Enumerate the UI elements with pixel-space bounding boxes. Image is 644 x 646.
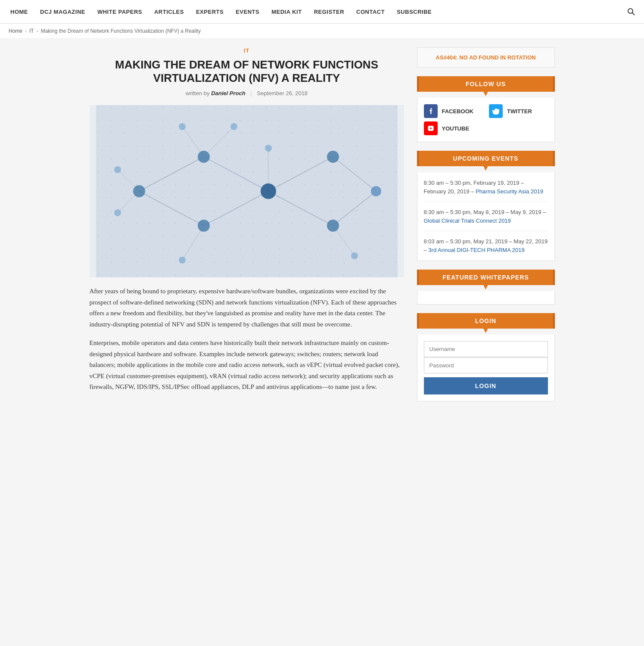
login-button[interactable]: LOGIN <box>424 377 548 394</box>
youtube-icon <box>424 121 438 135</box>
written-by-label: written by <box>186 90 210 96</box>
article-title: MAKING THE DREAM OF NETWORK FUNCTIONS VI… <box>90 58 404 85</box>
sidebar: AS#404: NO AD FOUND IN ROTATION FOLLOW U… <box>417 47 555 410</box>
event-3-link[interactable]: 3rd Annual DIGI-TECH PHARMA 2019 <box>428 247 524 253</box>
article-meta: written by Daniel Proch | September 26, … <box>90 90 404 96</box>
whitepapers-arrow: ▼ <box>417 285 555 289</box>
svg-point-33 <box>179 257 186 264</box>
login-widget: LOGIN ▼ LOGIN <box>417 313 555 401</box>
svg-point-32 <box>351 252 358 259</box>
breadcrumb-current: Making the Dream of Network Functions Vi… <box>41 28 201 34</box>
event-item-3: 8:03 am – 5:30 pm, May 21, 2019 – May 22… <box>424 237 548 254</box>
social-row-2: YOUTUBE <box>424 121 548 135</box>
svg-point-29 <box>179 123 186 130</box>
breadcrumb-it[interactable]: IT <box>29 28 34 34</box>
svg-point-26 <box>371 186 381 196</box>
breadcrumb-home[interactable]: Home <box>9 28 22 34</box>
svg-point-21 <box>198 151 210 163</box>
follow-us-widget: FOLLOW US ▼ FACEBOOK <box>417 76 555 142</box>
nav-items: HOME DCJ MAGAZINE WHITE PAPERS ARTICLES … <box>4 0 622 24</box>
nav-events[interactable]: EVENTS <box>230 0 265 24</box>
article-author[interactable]: Daniel Proch <box>211 90 245 96</box>
facebook-icon <box>424 104 438 118</box>
nav-articles[interactable]: ARTICLES <box>148 0 190 24</box>
featured-whitepapers-widget: FEATURED WHITEPAPERS ▼ <box>417 270 555 304</box>
svg-point-24 <box>327 151 339 163</box>
svg-point-31 <box>265 145 272 152</box>
network-diagram <box>90 105 404 277</box>
twitter-icon <box>489 104 503 118</box>
event-1-link[interactable]: Pharma Security Asia 2019 <box>476 188 543 195</box>
nav-media-kit[interactable]: MEDIA KIT <box>265 0 308 24</box>
event-2-time: 8:30 am – 5:30 pm, May 8, 2019 – May 9, … <box>424 209 546 215</box>
breadcrumb-sep-1: › <box>25 28 27 34</box>
nav-home[interactable]: HOME <box>4 0 34 24</box>
social-links: FACEBOOK TWITTER <box>424 104 548 135</box>
breadcrumb-sep-2: › <box>37 28 38 34</box>
facebook-label: FACEBOOK <box>442 108 474 115</box>
svg-point-28 <box>114 209 121 216</box>
article-date: September 26, 2018 <box>257 90 308 96</box>
article-body: After years of being bound to proprietar… <box>90 286 404 393</box>
article-category: IT <box>90 47 404 54</box>
main-nav: HOME DCJ MAGAZINE WHITE PAPERS ARTICLES … <box>0 0 644 24</box>
main-content: IT MAKING THE DREAM OF NETWORK FUNCTIONS… <box>90 47 404 410</box>
nav-dcj-magazine[interactable]: DCJ MAGAZINE <box>34 0 91 24</box>
upcoming-events-widget: UPCOMING EVENTS ▼ 8:30 am – 5:30 pm, Feb… <box>417 151 555 261</box>
nav-register[interactable]: REGISTER <box>308 0 350 24</box>
featured-whitepapers-body <box>417 291 555 304</box>
twitter-label: TWITTER <box>507 108 532 115</box>
sidebar-ad: AS#404: NO AD FOUND IN ROTATION <box>417 47 555 68</box>
nav-subscribe[interactable]: SUBSCRIBE <box>391 0 438 24</box>
svg-point-25 <box>327 220 339 232</box>
event-item-1: 8:30 am – 5:30 pm, February 19, 2019 – F… <box>424 179 548 202</box>
svg-point-27 <box>114 166 121 173</box>
follow-us-body: FACEBOOK TWITTER <box>417 98 555 142</box>
login-body: LOGIN <box>417 335 555 401</box>
nav-contact[interactable]: CONTACT <box>350 0 391 24</box>
events-arrow: ▼ <box>417 166 555 170</box>
social-row-1: FACEBOOK TWITTER <box>424 104 548 118</box>
svg-point-23 <box>261 183 276 199</box>
article-para-2: Enterprises, mobile operators and data c… <box>90 338 404 393</box>
svg-point-22 <box>198 220 210 232</box>
event-2-link[interactable]: Global Clinical Trials Connect 2019 <box>424 217 511 224</box>
breadcrumb: Home › IT › Making the Dream of Network … <box>0 24 644 39</box>
youtube-link[interactable]: YOUTUBE <box>424 121 548 135</box>
login-arrow: ▼ <box>417 329 555 332</box>
upcoming-events-body: 8:30 am – 5:30 pm, February 19, 2019 – F… <box>417 172 555 261</box>
search-button[interactable] <box>622 3 640 20</box>
password-input[interactable] <box>424 357 548 373</box>
article-image <box>90 105 404 277</box>
twitter-link[interactable]: TWITTER <box>489 104 548 118</box>
facebook-link[interactable]: FACEBOOK <box>424 104 483 118</box>
svg-line-1 <box>632 13 635 15</box>
nav-white-papers[interactable]: WHITE PAPERS <box>91 0 148 24</box>
youtube-label: YOUTUBE <box>442 125 470 132</box>
article-para-1: After years of being bound to proprietar… <box>90 286 404 330</box>
nav-experts[interactable]: EXPERTS <box>190 0 230 24</box>
event-item-2: 8:30 am – 5:30 pm, May 8, 2019 – May 9, … <box>424 208 548 231</box>
follow-us-arrow: ▼ <box>417 92 555 96</box>
svg-point-30 <box>230 123 237 130</box>
username-input[interactable] <box>424 341 548 357</box>
page-layout: IT MAKING THE DREAM OF NETWORK FUNCTIONS… <box>85 39 559 419</box>
meta-separator: | <box>250 90 252 96</box>
svg-point-20 <box>133 185 145 197</box>
